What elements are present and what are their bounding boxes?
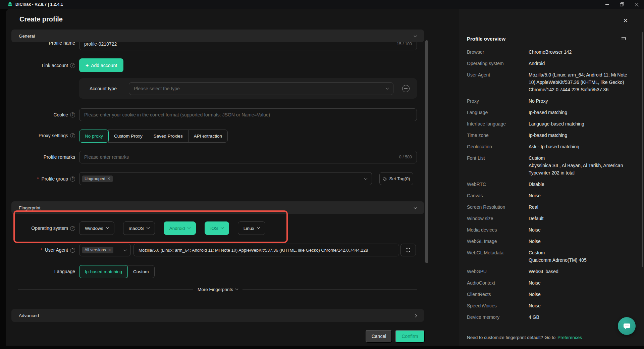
refresh-user-agent-button[interactable]	[400, 244, 416, 256]
profile-name-input[interactable]: profile-0210722 15 / 100	[79, 42, 417, 50]
language-option-ip-based-matching[interactable]: Ip-based matching	[79, 265, 128, 278]
help-icon[interactable]: ?	[70, 63, 75, 68]
profile-group-chip[interactable]: Ungrouped ✕	[82, 176, 113, 182]
profile-group-label: * Profile group ?	[11, 176, 75, 182]
overview-row-browser: BrowserChromeBrowser 142	[467, 48, 637, 56]
help-icon[interactable]: ?	[70, 177, 75, 182]
required-asterisk: *	[37, 176, 39, 182]
section-header-general[interactable]: General	[11, 30, 424, 42]
overview-row-time-zone: Time zoneIp-based matching	[467, 132, 637, 139]
profile-name-value: profile-0210722	[84, 42, 117, 47]
chat-bubble-icon	[623, 322, 631, 330]
overview-row-geolocation: GeolocationAsk - Ip-based matching	[467, 143, 637, 150]
form-scroll-area[interactable]: Profile name profile-0210722 15 / 100 Li…	[11, 42, 424, 324]
tag-icon	[382, 177, 387, 181]
cookie-label: Cookie ?	[11, 111, 75, 118]
language-option-custom[interactable]: Custom	[127, 265, 155, 278]
language-label: Language	[11, 268, 75, 275]
user-agent-version-select[interactable]: All versions ✕	[79, 244, 131, 256]
cookie-placeholder: Please enter your cookie in the correct …	[84, 112, 270, 117]
overview-row-label: WebRTC	[467, 181, 529, 188]
overview-row-value: Custom Abyssinica SIL, Al Bayan, Al Tari…	[529, 154, 637, 177]
overview-row-label: WebGL Image	[467, 238, 529, 245]
more-fingerprints-toggle[interactable]: More Fingerprints	[198, 287, 238, 292]
overview-row-webgl-image: WebGL ImageNoise	[467, 238, 637, 245]
profile-group-select[interactable]: Ungrouped ✕	[79, 172, 372, 185]
proxy-option-saved-proxies[interactable]: Saved Proxies	[148, 130, 189, 143]
account-type-placeholder: Please select the type	[134, 86, 180, 91]
footer-text: Need to customize fingerprint default? G…	[467, 335, 555, 340]
confirm-button[interactable]: Confirm	[395, 330, 425, 343]
set-tag-button[interactable]: Set Tag(0)	[379, 172, 413, 185]
user-agent-input[interactable]: Mozilla/5.0 (Linux; arm_64; Android 11; …	[133, 244, 399, 256]
required-asterisk: *	[40, 247, 42, 253]
chat-support-button[interactable]	[618, 317, 636, 335]
app-title: DICloak - V2.8.7 | 1.2.4.1	[15, 2, 63, 7]
language-segmented: Ip-based matchingCustom	[79, 265, 155, 278]
app-logo-icon	[7, 2, 13, 7]
overview-row-user-agent: User AgentMozilla/5.0 (Linux; arm_64; An…	[467, 71, 637, 93]
profile-remarks-input[interactable]: Please enter remarks 0 / 500	[79, 151, 417, 163]
link-account-label: Link account ?	[11, 62, 75, 69]
cancel-button[interactable]: Cancel	[366, 330, 392, 343]
overview-row-value: Noise	[529, 238, 637, 245]
overview-row-value: Ip-based matching	[529, 109, 637, 116]
close-window-button[interactable]	[629, 0, 644, 9]
operating-system-options: WindowsmacOSAndroidiOSLinux	[79, 221, 265, 235]
form-scrollbar[interactable]	[425, 40, 428, 263]
overview-row-webgl-metadata: WebGL MetadataCustom Qualcomm Adreno(TM)…	[467, 249, 637, 264]
overview-row-webgpu: WebGPUWebGL based	[467, 268, 637, 275]
overview-row-label: Media devices	[467, 226, 529, 234]
dialog-title: Create profile	[19, 15, 63, 23]
proxy-option-api-extraction[interactable]: API extraction	[188, 130, 228, 143]
panel-scrollbar[interactable]	[642, 32, 643, 267]
overview-row-value: No Proxy	[529, 97, 637, 105]
chevron-down-icon	[220, 226, 224, 229]
operating-system-label: Operating system ?	[11, 225, 75, 232]
overview-row-media-devices: Media devicesNoise	[467, 226, 637, 234]
advanced-section-label: Advanced	[19, 313, 39, 318]
os-option-linux[interactable]: Linux	[238, 221, 265, 235]
account-type-panel: Account type Please select the type	[79, 78, 417, 99]
section-header-advanced[interactable]: Advanced	[11, 309, 424, 322]
section-header-fingerprint[interactable]: Fingerprint	[11, 201, 424, 214]
general-section-label: General	[19, 34, 35, 39]
chevron-down-icon	[414, 34, 417, 37]
overview-row-label: Screen Resolution	[467, 203, 529, 211]
preferences-link[interactable]: Preferences	[557, 335, 582, 340]
overview-row-value: Noise	[529, 291, 637, 298]
proxy-option-custom-proxy[interactable]: Custom Proxy	[108, 130, 148, 143]
overview-row-operating-system: Operating systemAndroid	[467, 60, 637, 67]
os-option-android[interactable]: Android	[164, 221, 196, 235]
collapse-panel-icon[interactable]	[621, 36, 627, 43]
help-icon[interactable]: ?	[70, 226, 75, 231]
account-type-select[interactable]: Please select the type	[129, 82, 393, 95]
restore-button[interactable]	[614, 0, 629, 9]
os-option-windows[interactable]: Windows	[79, 221, 114, 235]
cookie-input[interactable]: Please enter your cookie in the correct …	[79, 108, 417, 121]
chip-remove-icon[interactable]: ✕	[108, 248, 111, 252]
remove-account-icon[interactable]	[402, 85, 410, 92]
divider	[243, 289, 417, 290]
os-option-label: Linux	[244, 226, 254, 231]
overview-row-canvas: CanvasNoise	[467, 192, 637, 199]
proxy-option-no-proxy[interactable]: No proxy	[79, 130, 109, 143]
help-icon[interactable]: ?	[70, 133, 75, 138]
help-icon[interactable]: ?	[70, 112, 75, 117]
minimize-button[interactable]	[600, 0, 614, 9]
chip-remove-icon[interactable]: ✕	[107, 177, 110, 181]
os-option-macos[interactable]: macOS	[123, 221, 155, 235]
os-option-ios[interactable]: iOS	[205, 221, 229, 235]
overview-row-speechvoices: SpeechVoicesNoise	[467, 302, 637, 309]
overview-row-value: WebGL based	[529, 268, 637, 275]
help-icon[interactable]: ?	[70, 248, 75, 253]
user-agent-label: * User Agent ?	[11, 247, 75, 253]
close-dialog-button[interactable]: ✕	[621, 16, 630, 25]
profile-remarks-counter: 0 / 500	[399, 155, 412, 159]
add-account-button[interactable]: + Add account	[79, 58, 123, 72]
overview-row-proxy: ProxyNo Proxy	[467, 97, 637, 105]
profile-name-label: Profile name	[11, 42, 75, 46]
overview-row-label: ClientRects	[467, 291, 529, 298]
ua-version-chip[interactable]: All versions ✕	[82, 247, 113, 253]
overview-row-label: Interface language	[467, 120, 529, 128]
